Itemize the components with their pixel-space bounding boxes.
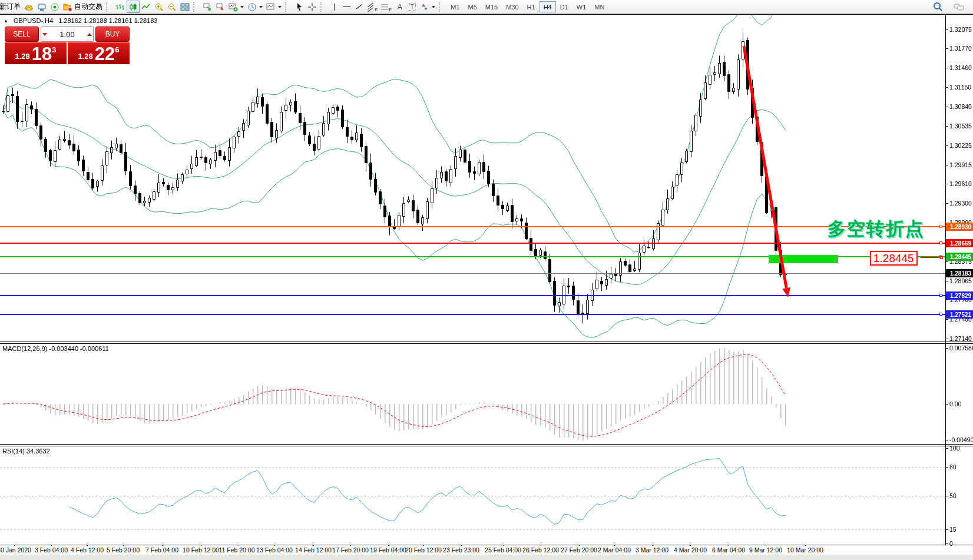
chart-window[interactable]: ▲ GBPUSD-,H4 1.28162 1.28188 1.28161 1.2… (0, 14, 973, 560)
volume-input[interactable] (48, 27, 87, 41)
buy-price-small: 1.28 (78, 52, 92, 61)
macd-axis-label: -0.004906 (949, 436, 973, 443)
callout-anchor-handle[interactable] (940, 256, 943, 259)
volume-decrease-button[interactable] (41, 27, 48, 41)
price-axis-tick: 1.27140 (949, 335, 972, 342)
price-callout[interactable]: 1.28445 (870, 251, 918, 266)
search-button[interactable] (931, 1, 945, 13)
cursor-tool-button[interactable] (293, 1, 306, 13)
bar-chart-mode-button[interactable] (114, 1, 127, 13)
chat-button[interactable] (952, 1, 966, 13)
buy-price-display[interactable]: 1.28226 (68, 42, 130, 64)
toolbar-grip (439, 2, 444, 12)
cursor-icon (294, 2, 304, 12)
hline-1.28183[interactable] (0, 273, 945, 274)
vertical-line-tool-button[interactable] (328, 1, 340, 13)
auto-trading-label: 自动交易 (74, 2, 102, 12)
zoom-out-button[interactable] (166, 1, 178, 13)
sell-button[interactable]: SELL (5, 26, 39, 42)
symbol-period-label: GBPUSD-,H4 (14, 17, 53, 24)
chart-shift-button[interactable] (214, 1, 227, 13)
new-order-label: 新订单 (0, 2, 21, 12)
time-axis-label: 2 Mar 04:00 (598, 546, 631, 554)
candlestick-icon (128, 2, 138, 12)
timeframe-w1-button[interactable]: W1 (572, 1, 591, 12)
auto-scroll-button[interactable] (201, 1, 214, 13)
history-center-button[interactable] (22, 1, 35, 13)
fibonacci-tool-button[interactable]: F (379, 1, 393, 13)
candlestick-mode-button[interactable] (127, 1, 140, 13)
turning-point-annotation[interactable]: 多空转折点 (828, 217, 925, 241)
rsi-label: RSI(14) 34.3632 (2, 448, 50, 455)
chat-icon (954, 2, 964, 12)
text-label-tool-button[interactable]: T (406, 1, 418, 13)
period-selector-button[interactable] (246, 1, 264, 13)
hline-1.27521[interactable] (0, 314, 945, 315)
buy-button[interactable]: BUY (95, 26, 130, 42)
time-axis-label: 3 Mar 12:00 (636, 546, 668, 554)
channel-icon (367, 4, 374, 11)
chart-title: ▲ GBPUSD-,H4 1.28162 1.28188 1.28161 1.2… (4, 17, 157, 24)
toolbar-grip (285, 2, 290, 12)
channel-tool-button[interactable]: E (365, 1, 379, 13)
horizontal-line-tool-button[interactable] (340, 1, 353, 13)
hline-1.28659[interactable] (0, 243, 945, 244)
tile-windows-icon (180, 2, 190, 12)
line-anchor-handle[interactable] (939, 241, 942, 244)
time-axis-label: 4 Mar 20:00 (674, 546, 707, 554)
auto-trading-button[interactable]: 自动交易 (61, 1, 104, 13)
toolbar-right-group (931, 1, 966, 13)
buy-price-big: 22 (95, 45, 115, 62)
rsi-axis-label: 0 (949, 540, 953, 547)
window-bottom-strip (0, 555, 973, 560)
time-axis-label: 13 Feb 04:00 (256, 546, 293, 554)
rsi-axis-label: 15 (949, 526, 957, 533)
dropdown-caret-icon (432, 6, 435, 8)
hline-1.28930[interactable] (0, 226, 945, 227)
timeframe-m1-button[interactable]: M1 (446, 1, 464, 12)
new-chart-icon (229, 2, 238, 12)
timeframe-h1-button[interactable]: H1 (523, 1, 540, 12)
price-badge-1.28930: 1.28930 (946, 223, 973, 231)
line-anchor-handle[interactable] (939, 294, 942, 297)
timeframe-h4-button[interactable]: H4 (540, 1, 556, 12)
fibonacci-letter: F (389, 7, 392, 12)
price-axis-tick: 1.29300 (949, 200, 972, 207)
time-axis-label: 3 Feb 04:00 (35, 546, 68, 554)
price-chart-canvas[interactable] (0, 14, 973, 546)
price-badge-1.27521: 1.27521 (946, 310, 973, 319)
templates-button[interactable] (264, 1, 283, 13)
new-order-button[interactable]: 新订单 (0, 1, 22, 13)
timeframe-d1-button[interactable]: D1 (556, 1, 572, 12)
timeframe-mn-button[interactable]: MN (590, 1, 608, 12)
time-axis-label: 23 Feb 23:00 (443, 546, 479, 554)
timeframe-m5-button[interactable]: M5 (464, 1, 481, 12)
channel-letter: E (375, 7, 378, 12)
price-axis-tick: 1.29610 (949, 180, 972, 187)
trendline-tool-button[interactable] (353, 1, 365, 13)
sell-price-display[interactable]: 1.28183 (5, 42, 67, 64)
terminal-button[interactable] (35, 1, 48, 13)
tile-windows-button[interactable] (178, 1, 191, 13)
time-axis-label: 17 Feb 20:00 (332, 546, 369, 554)
timeframe-m30-button[interactable]: M30 (502, 1, 522, 12)
panel-collapse-icon[interactable]: ▲ (4, 18, 8, 24)
crosshair-tool-button[interactable] (306, 1, 319, 13)
new-chart-button[interactable] (227, 1, 246, 13)
time-axis-label: 10 Mar 20:00 (787, 546, 823, 554)
line-anchor-handle[interactable] (939, 313, 942, 316)
rsi-axis-label: 50 (949, 492, 957, 499)
timeframe-m15-button[interactable]: M15 (481, 1, 502, 12)
zoom-in-button[interactable] (153, 1, 166, 13)
line-anchor-handle[interactable] (939, 225, 942, 228)
line-chart-mode-button[interactable] (140, 1, 153, 13)
text-tool-button[interactable]: A (393, 1, 406, 13)
hline-1.27829[interactable] (0, 295, 945, 296)
time-axis-label: 14 Feb 12:00 (295, 546, 332, 554)
horizontal-line-icon (343, 6, 350, 7)
arrows-tool-button[interactable] (418, 1, 437, 13)
volume-increase-button[interactable] (86, 27, 93, 41)
time-axis-label: 4 Feb 12:00 (71, 546, 104, 554)
signals-button[interactable] (48, 1, 61, 13)
highlight-rectangle[interactable] (769, 255, 838, 263)
